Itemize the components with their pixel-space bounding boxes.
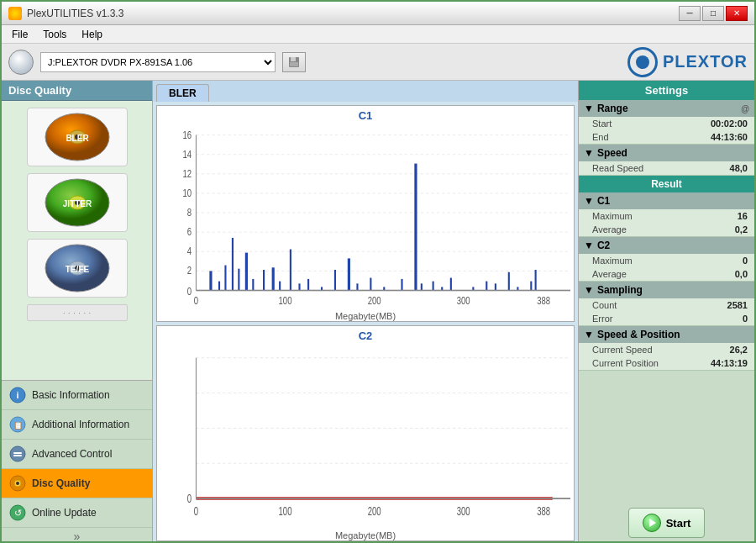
maximize-button[interactable]: □: [702, 6, 724, 21]
app-icon: [8, 7, 22, 20]
sidebar-expand-button[interactable]: »: [2, 528, 152, 543]
jitter-disc-icon: JITTER: [39, 177, 115, 228]
sidebar-item-additional-information[interactable]: 📋 Additional Information: [2, 410, 152, 440]
range-start-value: 00:02:00: [711, 119, 748, 129]
window-controls: ─ □ ✕: [679, 6, 748, 21]
range-end-row: End 44:13:60: [579, 130, 754, 144]
c1-chart-svg: 0 2 4 6 8 10 12 14 16 0 100 200 300 388: [160, 124, 570, 307]
disc-jitter-button[interactable]: JITTER: [27, 173, 128, 232]
disc-bler-button[interactable]: BLER: [27, 108, 128, 166]
tefe-disc-icon: TE/FE: [39, 243, 115, 293]
c1-avg-label: Average: [592, 224, 627, 235]
svg-rect-76: [486, 282, 487, 291]
c1-max-row: Maximum 16: [579, 209, 754, 223]
svg-rect-64: [334, 270, 336, 290]
current-position-row: Current Position 44:13:19: [579, 356, 754, 370]
svg-text:📋: 📋: [13, 420, 24, 430]
range-section: ▼ Range @ Start 00:02:00 End 44:13:60: [579, 100, 754, 145]
range-start-label: Start: [592, 119, 612, 129]
svg-text:4: 4: [187, 245, 192, 256]
additional-info-icon: 📋: [8, 415, 27, 434]
svg-rect-54: [238, 269, 239, 291]
play-icon: [649, 519, 656, 527]
c1-result-label: C1: [597, 195, 610, 207]
svg-text:200: 200: [368, 295, 381, 306]
title-bar: PlexUTILITIES v1.3.3 ─ □ ✕: [2, 2, 754, 25]
svg-text:↺: ↺: [14, 508, 22, 518]
speed-section-title: ▼ Speed: [579, 145, 754, 161]
range-end-value: 44:13:60: [711, 132, 748, 142]
close-button[interactable]: ✕: [726, 6, 748, 21]
speed-position-collapse-icon: ▼: [584, 329, 594, 340]
svg-text:BLER: BLER: [66, 134, 89, 143]
range-label: Range: [597, 103, 628, 114]
basic-info-icon: i: [8, 386, 27, 404]
sidebar-item-advanced-control[interactable]: Advanced Control: [2, 440, 152, 469]
svg-rect-69: [401, 279, 402, 291]
svg-rect-77: [495, 283, 496, 290]
c2-result-title: ▼ C2: [579, 237, 754, 254]
svg-text:0: 0: [187, 491, 192, 505]
svg-rect-50: [209, 271, 212, 290]
menu-tools[interactable]: Tools: [36, 27, 73, 42]
svg-rect-65: [348, 258, 350, 290]
c2-avg-label: Average: [592, 269, 627, 279]
c2-chart-container: C2 0 0 100 200 300 388: [156, 325, 575, 542]
start-button[interactable]: Start: [628, 508, 706, 538]
menu-help[interactable]: Help: [75, 27, 109, 42]
settings-panel: Settings ▼ Range @ Start 00:02:00 End 44…: [578, 81, 754, 543]
title-bar-left: PlexUTILITIES v1.3.3: [8, 7, 123, 20]
tab-bler[interactable]: BLER: [156, 84, 209, 102]
current-position-value: 44:13:19: [711, 358, 748, 368]
range-at: @: [741, 104, 749, 113]
plextor-logo: PLEXTOR: [627, 47, 748, 77]
c1-avg-value: 0,2: [735, 224, 748, 235]
save-icon: [287, 55, 301, 69]
save-button[interactable]: [282, 52, 306, 72]
sidebar-item-online-update[interactable]: ↺ Online Update: [2, 498, 152, 528]
sidebar-item-basic-information[interactable]: i Basic Information: [2, 381, 152, 410]
plextor-logo-circle: [627, 47, 658, 77]
c2-collapse-icon: ▼: [584, 240, 594, 251]
plextor-logo-inner: [636, 55, 649, 69]
sampling-count-value: 2581: [727, 300, 748, 310]
svg-rect-71: [421, 283, 423, 290]
charts-area: C1 0 2 4 6 8: [153, 102, 578, 543]
svg-rect-74: [450, 278, 452, 291]
c2-avg-value: 0,0: [735, 269, 748, 279]
svg-text:12: 12: [183, 168, 192, 179]
main-content: Disc Quality BLER: [2, 81, 754, 543]
sampling-title: ▼ Sampling: [579, 282, 754, 298]
plextor-brand-text: PLEXTOR: [663, 52, 748, 71]
svg-rect-51: [218, 282, 220, 291]
svg-text:10: 10: [183, 187, 192, 198]
c2-xlabel: Megabyte(MB): [160, 530, 570, 540]
current-speed-row: Current Speed 26,2: [579, 343, 754, 356]
current-speed-value: 26,2: [730, 345, 748, 355]
content-tabs: BLER: [153, 81, 578, 102]
window-title: PlexUTILITIES v1.3.3: [27, 8, 123, 19]
svg-rect-21: [13, 455, 22, 456]
svg-point-24: [16, 482, 19, 485]
svg-text:300: 300: [457, 295, 470, 306]
svg-text:0: 0: [187, 286, 192, 297]
speed-position-section: ▼ Speed & Position Current Speed 26,2 Cu…: [579, 326, 754, 371]
svg-rect-72: [433, 282, 434, 291]
svg-rect-70: [414, 164, 417, 291]
svg-text:200: 200: [368, 503, 381, 518]
minimize-button[interactable]: ─: [679, 6, 701, 21]
disc-tefe-button[interactable]: TE/FE: [27, 239, 128, 298]
svg-text:300: 300: [457, 503, 470, 518]
svg-rect-60: [290, 250, 291, 291]
svg-text:2: 2: [187, 265, 192, 276]
sidebar-item-disc-quality[interactable]: Disc Quality: [2, 469, 152, 498]
speed-position-title: ▼ Speed & Position: [579, 326, 754, 343]
svg-text:i: i: [16, 390, 18, 400]
range-collapse-icon: ▼: [584, 103, 594, 114]
svg-rect-1: [291, 57, 296, 61]
sampling-count-row: Count 2581: [579, 298, 754, 312]
svg-rect-67: [370, 278, 371, 291]
svg-text:100: 100: [279, 503, 292, 518]
menu-file[interactable]: File: [5, 27, 34, 42]
drive-select[interactable]: J:PLEXTOR DVDR PX-891SA 1.06: [40, 52, 276, 72]
